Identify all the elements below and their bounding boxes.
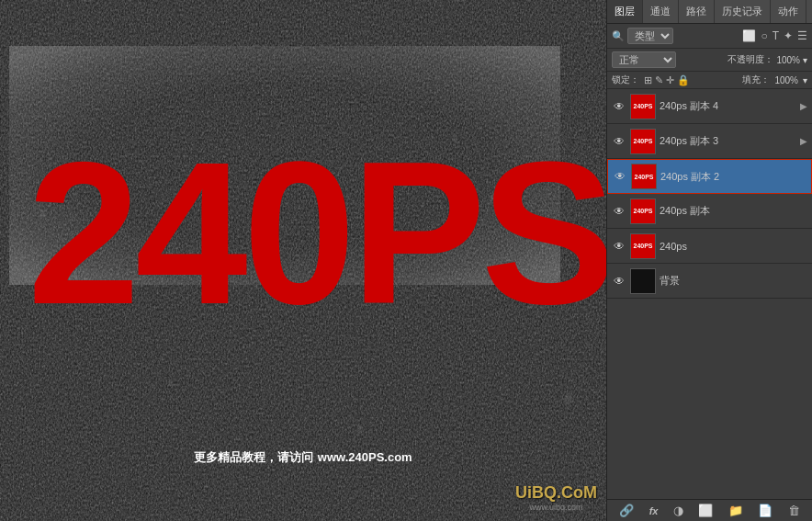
opacity-value: 100% (776, 55, 800, 65)
lock-label: 锁定： (612, 74, 639, 86)
layer-thumbnail: 240PS (630, 233, 656, 259)
eye-icon[interactable]: 👁 (612, 204, 626, 219)
filter-icon-5[interactable]: ☰ (797, 29, 807, 42)
panel-bottom-toolbar: 🔗 fx ◑ ⬜ 📁 📄 🗑 (607, 499, 812, 521)
layer-item[interactable]: 👁 240PS 240ps 副本 (607, 194, 812, 229)
new-layer-icon[interactable]: 📄 (758, 504, 773, 517)
layer-arrow: ▶ (800, 101, 807, 111)
adjustment-icon[interactable]: ◑ (673, 504, 683, 517)
layers-panel: 图层 通道 路径 历史记录 动作 🔍 类型 ⬜ ○ T ✦ ☰ 正常 不透明度：… (606, 0, 812, 521)
lock-row: 锁定： ⊞ ✎ ✛ 🔒 填充： 100% ▾ (607, 72, 812, 89)
fill-value: 100% (774, 75, 798, 85)
canvas-content: 240PS (9, 114, 597, 408)
lock-icon-dots[interactable]: ⊞ (644, 74, 652, 86)
filter-icon-1[interactable]: ⬜ (742, 29, 756, 42)
layer-name: 240ps (660, 241, 807, 252)
tab-channels[interactable]: 通道 (643, 0, 679, 23)
layers-list: 👁 240PS 240ps 副本 4 ▶ 👁 240PS 240ps 副本 3 … (607, 89, 812, 499)
opacity-arrow[interactable]: ▾ (803, 55, 807, 65)
tab-layers[interactable]: 图层 (607, 0, 643, 23)
search-icon: 🔍 (612, 30, 625, 42)
eye-icon[interactable]: 👁 (612, 239, 626, 254)
panel-search-row: 🔍 类型 ⬜ ○ T ✦ ☰ (607, 24, 812, 49)
opacity-label: 不透明度： (727, 53, 773, 66)
layer-arrow: ▶ (800, 136, 807, 146)
layer-thumbnail: 240PS (630, 94, 656, 119)
lock-icon-pen[interactable]: ✎ (655, 74, 663, 86)
panel-filter-icons: ⬜ ○ T ✦ ☰ (742, 29, 807, 42)
watermark-url-text: www.240PS.com (318, 450, 412, 464)
folder-icon[interactable]: 📁 (728, 504, 743, 517)
layer-name: 背景 (660, 274, 807, 288)
svg-point-11 (27, 426, 30, 433)
tab-actions[interactable]: 动作 (771, 0, 806, 23)
tab-paths[interactable]: 路径 (679, 0, 715, 23)
filter-icon-2[interactable]: ○ (761, 29, 767, 42)
svg-point-8 (357, 425, 363, 434)
filter-type-select[interactable]: 类型 (627, 28, 673, 44)
lock-icon-move[interactable]: ✛ (666, 74, 674, 86)
blend-mode-select[interactable]: 正常 (612, 51, 676, 68)
layer-name: 240ps 副本 2 (660, 170, 806, 184)
opacity-row: 不透明度： 100% ▾ (727, 53, 807, 66)
layer-item[interactable]: 👁 240PS 240ps (607, 229, 812, 264)
main-text: 240PS (28, 132, 606, 334)
layer-thumbnail-bg (630, 268, 656, 294)
fill-label: 填充： (742, 74, 770, 86)
eye-icon[interactable]: 👁 (612, 134, 626, 149)
layer-item-background[interactable]: 👁 背景 (607, 264, 812, 299)
layer-item[interactable]: 👁 240PS 240ps 副本 4 ▶ (607, 89, 812, 124)
watermark-cn-text: 更多精品教程，请访问 (194, 450, 313, 464)
mask-icon[interactable]: ⬜ (698, 504, 713, 517)
filter-icon-4[interactable]: ✦ (784, 29, 793, 42)
tab-history[interactable]: 历史记录 (715, 0, 771, 23)
layer-thumbnail: 240PS (630, 129, 656, 154)
fill-arrow[interactable]: ▾ (803, 75, 807, 85)
blend-mode-row: 正常 不透明度： 100% ▾ (607, 49, 812, 72)
lock-icons: ⊞ ✎ ✛ 🔒 (644, 74, 690, 86)
layer-thumbnail: 240PS (630, 198, 656, 224)
layer-name: 240ps 副本 (660, 204, 807, 218)
fx-icon[interactable]: fx (649, 505, 659, 516)
eye-icon[interactable]: 👁 (612, 99, 626, 114)
layer-thumbnail: 240PS (631, 164, 657, 189)
uibq-sub-text: www.uibq.com (515, 503, 597, 512)
link-icon[interactable]: 🔗 (619, 504, 634, 517)
layer-name: 240ps 副本 3 (660, 134, 796, 148)
uibq-watermark: UiBQ.CoM www.uibq.com (515, 483, 597, 512)
lock-icon-all[interactable]: 🔒 (677, 74, 690, 86)
watermark: 更多精品教程，请访问 www.240PS.com (194, 448, 412, 466)
layer-item[interactable]: 👁 240PS 240ps 副本 3 ▶ (607, 124, 812, 159)
uibq-brand-text: UiBQ.CoM (515, 483, 597, 503)
layer-item-selected[interactable]: 👁 240PS 240ps 副本 2 (607, 159, 812, 194)
eye-icon[interactable]: 👁 (612, 274, 626, 289)
eye-icon[interactable]: 👁 (613, 169, 627, 184)
trash-icon[interactable]: 🗑 (788, 504, 800, 517)
filter-icon-3[interactable]: T (773, 29, 779, 42)
canvas-area: 240PS 更多精品教程，请访问 www.240PS.com UiBQ.CoM … (0, 0, 606, 521)
panel-tabs: 图层 通道 路径 历史记录 动作 (607, 0, 812, 24)
layer-name: 240ps 副本 4 (660, 99, 796, 113)
